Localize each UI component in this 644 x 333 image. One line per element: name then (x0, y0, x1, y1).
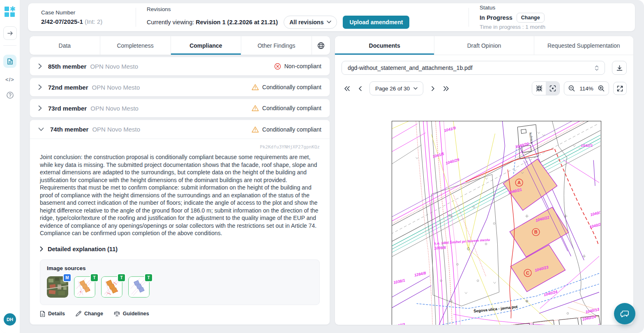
case-header: Case Number 2/42-07/2025-1 (Int: 2) Revi… (28, 3, 635, 31)
tab-other-findings[interactable]: Other Findings (241, 36, 312, 55)
detailed-explanation-toggle[interactable]: Detailed explanation (11) (40, 246, 320, 252)
map-label: 1042/1 (581, 143, 593, 148)
member-row-85[interactable]: 85th member OPN Novo Mesto Non-compliant (30, 57, 330, 76)
sidebar-item-help[interactable] (3, 89, 16, 101)
member-row-72[interactable]: 72nd member OPN Novo Mesto Conditionally… (30, 78, 330, 97)
currently-viewing-text: Currently viewing: Revision 1 (2.2.2026 … (147, 19, 278, 25)
member-row-74[interactable]: 74th member OPN Novo Mesto Conditionally… (30, 120, 330, 139)
chevron-down-icon (327, 21, 331, 23)
case-number-block: Case Number 2/42-07/2025-1 (Int: 2) (28, 3, 136, 31)
tab-documents[interactable]: Documents (335, 36, 434, 55)
warning-triangle-icon (252, 126, 259, 133)
map-label: 1039/6 (434, 245, 446, 250)
source-badge-m: M (63, 273, 72, 282)
member-row-73[interactable]: 73rd member OPN Novo Mesto Conditionally… (30, 99, 330, 118)
zoom-out-icon[interactable] (568, 85, 575, 92)
image-sources-box: Image sources M T T (40, 259, 320, 305)
pencil-icon (76, 311, 81, 317)
revisions-block: Revisions Currently viewing: Revision 1 … (136, 3, 469, 31)
image-source-map-thumbnail[interactable]: M (47, 276, 68, 298)
source-badge-t: T (90, 273, 99, 282)
documents-panel: Documents Draft Opinion Requested Supple… (335, 36, 633, 325)
left-tabbar: Data Completeness Compliance Other Findi… (30, 36, 330, 55)
document-select[interactable]: dgd-without_statement_and_attachments_1b… (342, 61, 605, 75)
non-compliant-icon (274, 63, 281, 70)
tab-completeness[interactable]: Completeness (100, 36, 171, 55)
tab-compliance[interactable]: Compliance (171, 36, 242, 55)
fit-to-width-button[interactable] (532, 82, 546, 95)
guidelines-button[interactable]: Guidelines (114, 311, 149, 317)
tab-draft-opinion[interactable]: Draft Opinion (434, 36, 534, 55)
tab-data[interactable]: Data (30, 36, 100, 55)
zoom-level: 114% (579, 86, 594, 92)
zoom-in-icon[interactable] (598, 85, 605, 92)
fit-controls (532, 81, 560, 95)
site-plan-map: A B C 1041/9 1042/1 1041/5 1040/29 1040/… (392, 121, 600, 325)
sidebar-expand-button[interactable] (3, 26, 17, 40)
status-badge: Conditionally compliant (252, 105, 321, 111)
sidebar: </> DH (0, 0, 20, 333)
finding-hash: Pk2Kdfu3YNHjXP27gpnKQz (40, 144, 320, 150)
member-card-74-expanded: 74th member OPN Novo Mesto Conditionally… (30, 120, 330, 325)
user-avatar[interactable]: DH (4, 313, 16, 326)
image-source-plan-thumbnail-2[interactable]: T (101, 276, 122, 298)
zoom-controls: 114% (564, 81, 609, 95)
last-page-button[interactable] (441, 83, 451, 94)
pdf-page-site-plan[interactable]: A B C 1041/9 1042/1 1041/5 1040/29 1040/… (392, 121, 601, 325)
member-74-footer: Details Change Guidelines (40, 311, 320, 317)
source-badge-t: T (117, 273, 126, 282)
sidebar-item-documents[interactable] (3, 55, 16, 68)
map-building-c: C (526, 271, 529, 275)
app-window: </> DH Case Number 2/42-07/2025-1 (Int: … (0, 0, 644, 333)
member-title: 74th member (50, 126, 88, 133)
status-block: Status In Progress Change Time in progre… (469, 3, 635, 31)
member-74-body: Pk2Kdfu3YNHjXP27gpnKQz Joint conclusion:… (30, 139, 330, 324)
image-source-plan-thumbnail-1[interactable]: T (74, 276, 95, 298)
chevron-right-icon (40, 246, 43, 252)
document-icon (40, 311, 45, 317)
next-page-button[interactable] (427, 83, 438, 94)
pdf-viewer: dgd-without_statement_and_attachments_1b… (335, 55, 633, 95)
chevron-down-icon (413, 87, 418, 90)
chat-fab-button[interactable] (614, 303, 635, 324)
select-updown-icon (595, 65, 599, 71)
revisions-label: Revisions (147, 6, 469, 12)
upload-amendment-button[interactable]: Upload amendment (343, 16, 409, 29)
map-building-a: A (517, 180, 521, 185)
case-number-internal: (Int: 2) (85, 18, 102, 25)
revision-value: Revision 1 (2.2.2026 at 21.21) (196, 19, 278, 25)
status-label: Status (480, 5, 635, 11)
status-badge: Conditionally compliant (252, 126, 321, 133)
language-globe-button[interactable] (312, 36, 330, 55)
chevron-down-icon (38, 127, 44, 131)
download-icon (616, 65, 623, 71)
image-source-plan-thumbnail-3[interactable]: T (128, 276, 150, 298)
sidebar-item-code[interactable]: </> (3, 74, 16, 85)
first-page-button[interactable] (342, 83, 352, 94)
fullscreen-button[interactable] (613, 82, 627, 95)
member-title: 73rd member (48, 105, 87, 112)
page-selector[interactable]: Page 26 of 30 (369, 81, 423, 95)
status-change-button[interactable]: Change (517, 13, 545, 23)
map-building-b: B (534, 229, 538, 234)
member-org: OPN Novo Mesto (92, 84, 140, 91)
details-button[interactable]: Details (40, 311, 65, 317)
focus-mode-button[interactable] (546, 82, 559, 95)
change-button[interactable]: Change (76, 311, 103, 317)
all-revisions-dropdown[interactable]: All revisions (284, 16, 337, 29)
member-org: OPN Novo Mesto (90, 105, 138, 112)
member-org: OPN Novo Mesto (90, 63, 138, 70)
compliance-panel: Data Completeness Compliance Other Findi… (30, 36, 330, 325)
status-badge: Conditionally compliant (252, 84, 321, 90)
expand-icon (617, 86, 623, 92)
download-button[interactable] (612, 61, 627, 75)
previous-page-button[interactable] (355, 83, 365, 94)
right-tabbar: Documents Draft Opinion Requested Supple… (335, 36, 633, 55)
tab-requested-supplementation[interactable]: Requested Supplementation (534, 36, 633, 55)
warning-triangle-icon (252, 84, 259, 90)
status-badge: Non-compliant (274, 63, 321, 70)
source-badge-t: T (144, 273, 153, 282)
warning-triangle-icon (252, 105, 259, 111)
case-number-value: 2/42-07/2025-1 (Int: 2) (41, 18, 136, 25)
joint-conclusion-text: Joint conclusion: the construction propo… (40, 153, 320, 237)
